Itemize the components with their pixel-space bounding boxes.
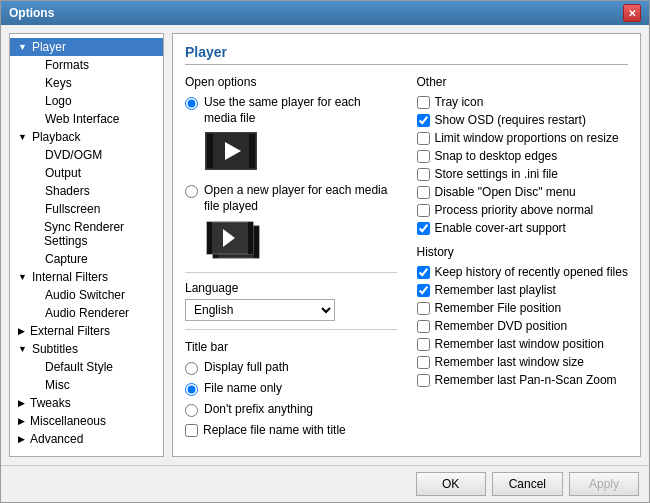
radio-display-full-path: Display full path xyxy=(185,360,397,375)
sidebar-item-subtitles[interactable]: ▼ Subtitles xyxy=(10,340,163,358)
svg-rect-2 xyxy=(249,134,255,168)
check-remember-window-size: Remember last window size xyxy=(417,355,629,369)
sidebar-label-subtitles: Subtitles xyxy=(32,342,78,356)
radio-same-player-input[interactable] xyxy=(185,97,198,110)
divider-1 xyxy=(185,272,397,273)
check-limit-window-input[interactable] xyxy=(417,132,430,145)
sidebar-label-capture: Capture xyxy=(45,252,88,266)
cancel-button[interactable]: Cancel xyxy=(492,472,563,496)
check-remember-dvd-input[interactable] xyxy=(417,320,430,333)
check-remember-pan-scan: Remember last Pan-n-Scan Zoom xyxy=(417,373,629,387)
check-remember-window-size-input[interactable] xyxy=(417,356,430,369)
title-bar: Options ✕ xyxy=(1,1,649,25)
open-options-label: Open options xyxy=(185,75,397,89)
sidebar-item-formats[interactable]: Formats xyxy=(10,56,163,74)
check-store-ini-input[interactable] xyxy=(417,168,430,181)
titlebar-label: Title bar xyxy=(185,340,397,354)
history-section: History Keep history of recently opened … xyxy=(417,245,629,387)
check-disable-disc: Disable "Open Disc" menu xyxy=(417,185,629,199)
check-cover-art-input[interactable] xyxy=(417,222,430,235)
check-keep-history-input[interactable] xyxy=(417,266,430,279)
sidebar-item-miscellaneous[interactable]: ▶ Miscellaneous xyxy=(10,412,163,430)
check-remember-window-pos-label: Remember last window position xyxy=(435,337,604,351)
check-disable-disc-input[interactable] xyxy=(417,186,430,199)
radio-same-player-label: Use the same player for each media file xyxy=(204,95,397,126)
divider-2 xyxy=(185,329,397,330)
check-store-ini-label: Store settings in .ini file xyxy=(435,167,558,181)
sidebar-item-dvd[interactable]: DVD/OGM xyxy=(10,146,163,164)
radio-dont-prefix-input[interactable] xyxy=(185,404,198,417)
check-remember-playlist-label: Remember last playlist xyxy=(435,283,556,297)
sidebar-item-tweaks[interactable]: ▶ Tweaks xyxy=(10,394,163,412)
sidebar-item-logo[interactable]: Logo xyxy=(10,92,163,110)
sidebar-item-audio-renderer[interactable]: Audio Renderer xyxy=(10,304,163,322)
sidebar-item-fullscreen[interactable]: Fullscreen xyxy=(10,200,163,218)
media-icon-2 xyxy=(205,220,265,262)
check-snap-desktop-input[interactable] xyxy=(417,150,430,163)
media-icon-svg-1 xyxy=(205,132,257,170)
sidebar-item-default-style[interactable]: Default Style xyxy=(10,358,163,376)
check-remember-file-pos: Remember File position xyxy=(417,301,629,315)
expand-arrow: ▶ xyxy=(18,398,25,408)
sidebar-label-miscellaneous: Miscellaneous xyxy=(30,414,106,428)
sidebar-item-audio-switcher[interactable]: Audio Switcher xyxy=(10,286,163,304)
sidebar-item-keys[interactable]: Keys xyxy=(10,74,163,92)
radio-new-player-input[interactable] xyxy=(185,185,198,198)
sidebar-item-capture[interactable]: Capture xyxy=(10,250,163,268)
expand-arrow: ▶ xyxy=(18,434,25,444)
check-show-osd-input[interactable] xyxy=(417,114,430,127)
panel-title: Player xyxy=(185,44,628,65)
sidebar-label-sync-renderer: Sync Renderer Settings xyxy=(44,220,159,248)
check-tray-icon-label: Tray icon xyxy=(435,95,484,109)
sidebar-item-output[interactable]: Output xyxy=(10,164,163,182)
radio-full-path-input[interactable] xyxy=(185,362,198,375)
svg-rect-9 xyxy=(248,222,253,254)
sidebar-item-player[interactable]: ▼ Player xyxy=(10,38,163,56)
check-process-priority-input[interactable] xyxy=(417,204,430,217)
language-label: Language xyxy=(185,281,397,295)
ok-button[interactable]: OK xyxy=(416,472,486,496)
check-remember-playlist-input[interactable] xyxy=(417,284,430,297)
check-replace-filename-input[interactable] xyxy=(185,424,198,437)
sidebar-label-internal-filters: Internal Filters xyxy=(32,270,108,284)
check-replace-filename-label: Replace file name with title xyxy=(203,423,346,437)
check-tray-icon-input[interactable] xyxy=(417,96,430,109)
expand-arrow: ▶ xyxy=(18,326,25,336)
options-window: Options ✕ ▼ Player Formats Keys Logo xyxy=(0,0,650,503)
apply-button[interactable]: Apply xyxy=(569,472,639,496)
check-tray-icon: Tray icon xyxy=(417,95,629,109)
check-remember-window-pos-input[interactable] xyxy=(417,338,430,351)
sidebar-item-shaders[interactable]: Shaders xyxy=(10,182,163,200)
radio-dont-prefix-label: Don't prefix anything xyxy=(204,402,313,416)
sidebar-item-internal-filters[interactable]: ▼ Internal Filters xyxy=(10,268,163,286)
check-store-ini: Store settings in .ini file xyxy=(417,167,629,181)
language-select[interactable]: English French German Spanish xyxy=(185,299,335,321)
window-title: Options xyxy=(9,6,54,20)
radio-filename-label: File name only xyxy=(204,381,282,395)
expand-arrow: ▼ xyxy=(18,272,27,282)
sidebar-item-misc-sub[interactable]: Misc xyxy=(10,376,163,394)
check-remember-file-pos-label: Remember File position xyxy=(435,301,562,315)
sidebar-item-web-interface[interactable]: Web Interface xyxy=(10,110,163,128)
sidebar-item-advanced[interactable]: ▶ Advanced xyxy=(10,430,163,448)
sidebar-label-fullscreen: Fullscreen xyxy=(45,202,100,216)
other-section: Other Tray icon Show OSD (requires resta… xyxy=(417,75,629,235)
history-label: History xyxy=(417,245,629,259)
radio-filename-input[interactable] xyxy=(185,383,198,396)
other-label: Other xyxy=(417,75,629,89)
sidebar-item-sync-renderer[interactable]: Sync Renderer Settings xyxy=(10,218,163,250)
title-bar-left: Options xyxy=(9,6,54,20)
close-button[interactable]: ✕ xyxy=(623,4,641,22)
check-remember-file-pos-input[interactable] xyxy=(417,302,430,315)
sidebar-label-audio-renderer: Audio Renderer xyxy=(45,306,129,320)
check-limit-window-label: Limit window proportions on resize xyxy=(435,131,619,145)
expand-arrow: ▶ xyxy=(18,416,25,426)
check-remember-pan-scan-input[interactable] xyxy=(417,374,430,387)
check-disable-disc-label: Disable "Open Disc" menu xyxy=(435,185,576,199)
check-remember-dvd: Remember DVD position xyxy=(417,319,629,333)
sidebar-label-misc-sub: Misc xyxy=(45,378,70,392)
sidebar-item-external-filters[interactable]: ▶ External Filters xyxy=(10,322,163,340)
check-snap-desktop-label: Snap to desktop edges xyxy=(435,149,558,163)
sidebar-item-playback[interactable]: ▼ Playback xyxy=(10,128,163,146)
check-show-osd: Show OSD (requires restart) xyxy=(417,113,629,127)
